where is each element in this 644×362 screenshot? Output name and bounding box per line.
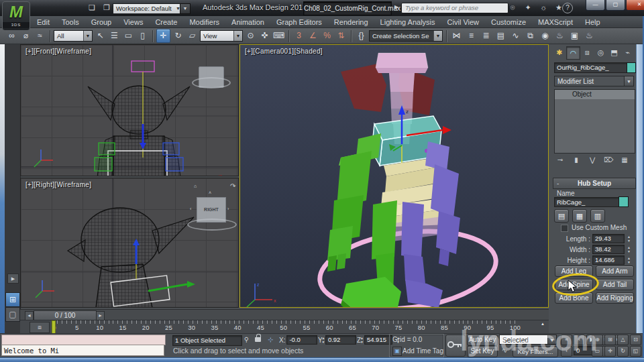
object-color-swatch[interactable] (627, 62, 636, 73)
z-field[interactable]: 54.915 (364, 335, 392, 345)
minimize-button[interactable]: — (586, 0, 605, 11)
menu-item[interactable]: Lighting Analysis (374, 16, 441, 27)
pin-stack-icon[interactable]: ⊸ (554, 155, 566, 166)
percent-snap-icon[interactable]: % (321, 29, 333, 42)
bind-spacewarp-icon[interactable]: ≈ (34, 29, 46, 42)
hub-paste-icon[interactable]: ▦ (572, 209, 587, 223)
select-and-link-icon[interactable]: ∞ (5, 29, 18, 42)
modifier-list-dropdown[interactable]: Modifier List ▼ (554, 76, 634, 86)
add-time-tag[interactable]: Add Time Tag (402, 347, 443, 355)
viewcube-home-icon[interactable]: ⌂ (194, 184, 197, 188)
use-custom-mesh-checkbox[interactable] (561, 225, 568, 232)
mirror-icon[interactable]: ⋈ (450, 29, 463, 42)
viewport-camera[interactable]: [+][Camera001][Shaded] z (239, 44, 549, 308)
previous-frame-button[interactable]: ◄ (25, 311, 34, 320)
maxscript-macro-pane[interactable] (1, 335, 166, 345)
angle-snap-icon[interactable]: ∠ (307, 29, 319, 42)
configure-modifier-sets-icon[interactable]: ▦ (619, 155, 631, 166)
tab-motion[interactable]: ◎ (594, 46, 607, 58)
rendered-frame-icon[interactable]: ▣ (568, 29, 581, 42)
zoom-extents-all-icon[interactable]: ⊡ (630, 335, 641, 345)
select-object-icon[interactable]: ↖ (94, 29, 107, 42)
curve-editor-icon[interactable]: ∿ (509, 29, 522, 42)
menu-item[interactable]: MAXScript (532, 16, 579, 27)
viewport-front-label[interactable]: [+][Front][Wireframe] (25, 48, 91, 55)
hub-add-button[interactable]: Add Rigging (596, 292, 634, 304)
selection-lock-icon[interactable] (255, 337, 261, 342)
menu-item[interactable]: Customize (485, 16, 532, 27)
width-spinner[interactable]: ▲▼ (626, 245, 632, 253)
select-rotate-icon[interactable]: ↻ (172, 29, 184, 42)
viewport-layout-tab-active[interactable]: ⊞ (5, 292, 20, 307)
absolute-offset-toggle-icon[interactable]: ⊹ (266, 335, 276, 345)
pin-icon[interactable]: ⚲ (241, 335, 252, 345)
time-slider-track[interactable]: ◄ 0 / 100 ► (20, 309, 549, 320)
key-mode-toggle-icon[interactable]: ‹ (561, 346, 572, 357)
stack-item[interactable]: Object (555, 90, 635, 99)
set-key-button[interactable]: Set Key (467, 346, 498, 357)
maximize-viewport-icon[interactable]: ◱ (630, 346, 641, 357)
select-and-move-icon[interactable]: ✛ (156, 29, 170, 43)
x-field[interactable]: -0.0 (286, 335, 317, 345)
selection-filter-dropdown[interactable]: All ▼ (54, 30, 93, 42)
workspace-flyout-button[interactable]: ▼ (180, 3, 191, 14)
menu-item[interactable]: Group (85, 16, 118, 27)
reference-coordinate-dropdown[interactable]: View ▼ (200, 30, 243, 42)
zoom-extents-icon[interactable]: △ (617, 335, 629, 345)
viewport-right[interactable]: [+][Right][Wireframe] (20, 178, 239, 308)
menu-item[interactable]: Civil View (441, 16, 485, 27)
make-unique-icon[interactable]: ⋁ (586, 155, 598, 166)
hub-name-field[interactable]: RibCage_ (554, 197, 621, 207)
render-setup-icon[interactable]: ♨ (553, 29, 566, 42)
tab-utilities[interactable]: ⌁ (621, 46, 634, 58)
menu-item[interactable]: Modifiers (183, 16, 225, 27)
snap-toggle-icon[interactable]: 3 (292, 29, 305, 42)
zoom-region-icon[interactable]: ▭ (592, 346, 603, 357)
length-field[interactable]: 29.43 (592, 234, 625, 243)
select-scale-icon[interactable]: ▱ (186, 29, 199, 42)
show-end-result-icon[interactable]: ▮ (570, 155, 582, 166)
app-logo[interactable]: M 3DS (2, 1, 30, 31)
viewport-front[interactable]: [+][Front][Wireframe] (20, 44, 239, 176)
auto-key-button[interactable]: Auto Key (467, 335, 498, 346)
spinner-snap-icon[interactable]: ⇅ (335, 29, 347, 42)
rect-selection-region-icon[interactable]: ▭ (122, 29, 135, 42)
tab-hierarchy[interactable]: ⧈ (581, 46, 594, 58)
orbit-icon[interactable]: ↻ (617, 346, 629, 357)
next-frame-button[interactable]: ► (96, 311, 105, 320)
ribbon-toggle-icon[interactable]: ▤ (494, 29, 507, 42)
hub-clone-icon[interactable]: ▥ (590, 209, 605, 223)
named-selection-sets-dropdown[interactable]: Create Selection Se ▼ (369, 30, 443, 42)
key-mode-dropdown[interactable]: Selected ▼ (499, 335, 557, 345)
time-slider-value[interactable]: 0 / 100 (34, 310, 97, 320)
height-field[interactable]: 14.686 (592, 255, 625, 265)
front-viewport-canvas[interactable] (21, 45, 239, 176)
pan-icon[interactable]: ✛ (604, 346, 616, 357)
communication-center-icon[interactable]: ☼ (538, 2, 549, 13)
object-name-field[interactable]: OurRig_RibCage_ (554, 62, 629, 73)
new-scene-icon[interactable]: ❏ (86, 2, 98, 13)
menu-item[interactable]: Graph Editors (270, 16, 328, 27)
menu-item[interactable]: Rendering (328, 16, 374, 27)
zoom-icon[interactable]: ⊕ (592, 335, 603, 345)
hub-copy-icon[interactable]: ▤ (554, 209, 569, 223)
tab-display[interactable]: ⬒ (608, 46, 621, 58)
tab-modify[interactable]: ◠ (566, 46, 580, 60)
hub-add-button[interactable]: Add Arm (596, 265, 634, 277)
zoom-all-icon[interactable]: ⊞ (604, 335, 616, 345)
keyboard-override-icon[interactable]: ⌨ (272, 29, 285, 42)
search-flyout-icon[interactable]: ▶ (394, 4, 398, 10)
menu-item[interactable]: Views (117, 16, 149, 27)
menu-item[interactable]: Edit (31, 16, 56, 27)
viewport-right-label[interactable]: [+][Right][Wireframe] (25, 181, 91, 188)
menu-item[interactable]: Create (149, 16, 183, 27)
viewcube-rotate-icon[interactable]: ↷ (230, 182, 235, 190)
material-editor-icon[interactable]: ◉ (539, 29, 551, 42)
layer-manager-icon[interactable]: ≣ (480, 29, 492, 42)
workspace-dropdown[interactable]: Workspace: Default ▼ (113, 3, 184, 14)
unlink-selection-icon[interactable]: ⌀ (19, 29, 32, 42)
length-spinner[interactable]: ▲▼ (626, 235, 632, 243)
select-manipulate-icon[interactable]: ✜ (258, 29, 271, 42)
set-keys-button[interactable] (445, 335, 466, 357)
use-pivot-center-icon[interactable]: ⊙ (244, 29, 257, 42)
